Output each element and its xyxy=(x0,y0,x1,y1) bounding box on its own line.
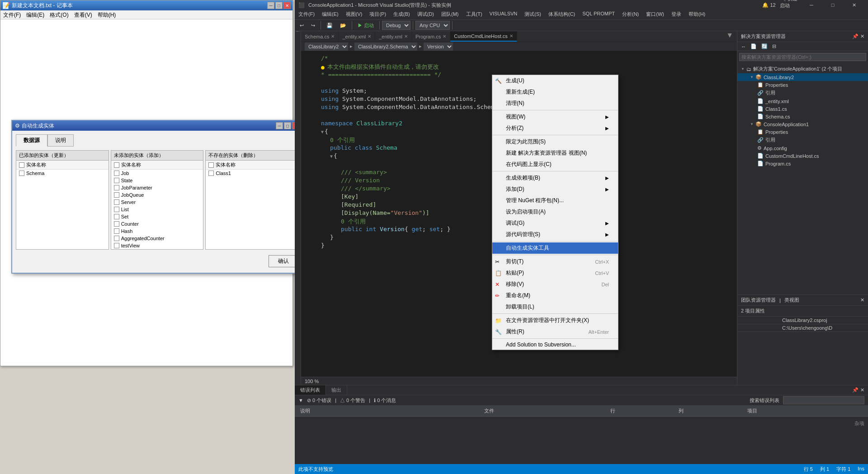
ctx-build[interactable]: 🔨 生成(U) xyxy=(492,75,618,86)
vs-menu-analyze[interactable]: 分析(N) xyxy=(618,10,642,19)
ctx-rebuild[interactable]: 重新生成(E) xyxy=(492,86,618,98)
List-checkbox[interactable] xyxy=(114,207,119,212)
testView-checkbox[interactable] xyxy=(114,243,119,248)
JobParameter-checkbox[interactable] xyxy=(114,185,119,190)
tab-entity1-close[interactable]: ✕ xyxy=(368,34,371,39)
bottom-pin-btn[interactable]: 📌 xyxy=(852,387,859,393)
collapse-btn[interactable]: ⊟ xyxy=(770,43,778,50)
tree-program-cs[interactable]: 📄 Program.cs xyxy=(737,160,868,167)
ctx-codemap[interactable]: 在代码图上显示(C) xyxy=(492,159,618,170)
confirm-button[interactable]: 确认 xyxy=(269,255,298,267)
solution-root[interactable]: ▼ 🗂 解决方案'ConsoleApplication1' (2 个项目 xyxy=(737,65,868,73)
tree-properties-1[interactable]: 📋 Properties xyxy=(737,81,868,89)
error-search-input[interactable] xyxy=(783,396,864,404)
vs-menu-debug[interactable]: 调试(D) xyxy=(414,10,438,19)
ctx-remove[interactable]: ✕ 移除(V) Del xyxy=(492,279,618,290)
vs-maximize-btn[interactable]: □ xyxy=(822,0,843,10)
Job-checkbox[interactable] xyxy=(114,171,119,176)
team-explorer-tab[interactable]: 团队资源管理器 xyxy=(741,297,776,303)
not-exist-select-all-checkbox[interactable] xyxy=(208,162,214,168)
show-all-btn[interactable]: 📄 xyxy=(749,43,759,50)
toolbar-undo-btn[interactable]: ↩ xyxy=(297,21,307,30)
breadcrumb-member-select[interactable]: Version xyxy=(424,43,453,51)
vs-menu-window[interactable]: 窗口(W) xyxy=(642,10,668,19)
added-select-all-checkbox[interactable] xyxy=(19,162,24,168)
tab-entity-xml-1[interactable]: _entity.xml ✕ xyxy=(339,31,375,42)
vs-menu-visualsvn[interactable]: VISUALSVN xyxy=(486,10,521,19)
ctx-properties[interactable]: 🔧 属性(R) Alt+Enter xyxy=(492,326,618,337)
notepad-menu-file[interactable]: 文件(F) xyxy=(0,10,24,19)
fold-btn[interactable]: ▼ xyxy=(330,154,334,159)
tree-customcmd[interactable]: 📄 CustomCmdLineHost.cs xyxy=(737,152,868,160)
ctx-unload[interactable]: 卸载项目(L) xyxy=(492,301,618,313)
tree-consoleapp1[interactable]: ▼ 📦 ConsoleApplication1 xyxy=(737,120,868,128)
tree-references-1[interactable]: 🔗 引用 xyxy=(737,89,868,97)
vs-menu-project[interactable]: 项目(P) xyxy=(366,10,390,19)
notepad-minimize-btn[interactable]: ─ xyxy=(267,2,274,9)
toolbar-redo-btn[interactable]: ↪ xyxy=(308,21,318,30)
vs-menu-help[interactable]: 帮助(H) xyxy=(685,10,709,19)
notepad-menu-view[interactable]: 查看(V) xyxy=(71,10,95,19)
notepad-menu-edit[interactable]: 编辑(E) xyxy=(24,10,47,19)
debug-mode-dropdown[interactable]: Debug xyxy=(382,21,410,30)
vs-menu-login[interactable]: 登录 xyxy=(668,10,685,19)
ctx-clean[interactable]: 清理(N) xyxy=(492,98,618,109)
sync-btn[interactable]: ↔ xyxy=(739,43,748,50)
filter-dropdown-btn[interactable]: ▼ xyxy=(298,398,303,403)
toolbar-open-btn[interactable]: 📂 xyxy=(337,21,349,30)
Server-checkbox[interactable] xyxy=(114,199,119,205)
vs-close-btn[interactable]: ✕ xyxy=(844,0,864,10)
ctx-rename[interactable]: ✏ 重命名(M) xyxy=(492,290,618,301)
props-close-btn[interactable]: ✕ xyxy=(860,297,864,303)
toolbar-start-btn[interactable]: ▶ 启动 xyxy=(354,21,377,30)
class-view-tab[interactable]: 类视图 xyxy=(784,297,799,303)
vs-menu-arch[interactable]: 体系结构(C) xyxy=(545,10,579,19)
tree-properties-2[interactable]: 📋 Properties xyxy=(737,128,868,136)
Hash-checkbox[interactable] xyxy=(114,228,119,234)
ctx-autogenerate[interactable]: ⚙ 自动生成实体工具 xyxy=(492,242,618,254)
breadcrumb-project-select[interactable]: ClassLibrary2 xyxy=(305,43,348,51)
vs-menu-sql[interactable]: SQL PROMPT xyxy=(579,10,618,19)
vs-menu-team[interactable]: 团队(M) xyxy=(438,10,462,19)
tree-entity-xml[interactable]: 📄 _entity.xml xyxy=(737,97,868,105)
AggregatedCounter-checkbox[interactable] xyxy=(114,236,119,241)
vs-menu-view[interactable]: 视图(V) xyxy=(342,10,366,19)
Set-checkbox[interactable] xyxy=(114,214,119,219)
toolbar-save-btn[interactable]: 💾 xyxy=(323,21,336,30)
notepad-menu-format[interactable]: 格式(O) xyxy=(47,10,71,19)
bottom-close-btn[interactable]: ✕ xyxy=(860,387,864,393)
panel-pin-btn[interactable]: 📌 xyxy=(852,33,859,39)
vs-search-btn[interactable]: 🔍 快速启动 (Ctrl+Q) xyxy=(780,0,801,10)
dialog-minimize-btn[interactable]: ─ xyxy=(276,122,283,129)
tab-schema-cs[interactable]: Schema.cs ✕ xyxy=(301,31,339,42)
tab-program-close[interactable]: ✕ xyxy=(443,34,446,39)
tab-program-cs[interactable]: Program.cs ✕ xyxy=(412,31,450,42)
tab-error-list[interactable]: 错误列表 xyxy=(295,385,326,395)
ctx-paste[interactable]: 📋 粘贴(P) Ctrl+V xyxy=(492,267,618,279)
JobQueue-checkbox[interactable] xyxy=(114,192,119,198)
tab-customcmd-close[interactable]: ✕ xyxy=(509,33,513,38)
dialog-restore-btn[interactable]: □ xyxy=(284,122,291,129)
ctx-new-solexp[interactable]: 新建 解决方案资源管理器 视图(N) xyxy=(492,147,618,159)
refresh-btn[interactable]: 🔄 xyxy=(760,43,769,50)
breadcrumb-class-select[interactable]: ClassLibrary2.Schema xyxy=(354,43,417,51)
not-added-select-all-checkbox[interactable] xyxy=(114,162,119,168)
tree-class1-cs[interactable]: 📄 Class1.cs xyxy=(737,105,868,113)
notepad-close-btn[interactable]: ✕ xyxy=(283,2,291,9)
notepad-maximize-btn[interactable]: □ xyxy=(275,2,283,9)
notepad-menu-help[interactable]: 帮助(H) xyxy=(95,10,119,19)
solution-search-input[interactable] xyxy=(739,53,866,61)
ctx-scope[interactable]: 限定为此范围(S) xyxy=(492,136,618,147)
panel-close-btn[interactable]: ✕ xyxy=(860,33,864,39)
tab-customcmd[interactable]: CustomCmdLineHost.cs ✕ xyxy=(450,31,517,42)
State-checkbox[interactable] xyxy=(114,178,119,183)
ctx-add[interactable]: 添加(D) ▶ xyxy=(492,184,618,195)
vs-menu-test[interactable]: 测试(S) xyxy=(521,10,545,19)
tab-datasource[interactable]: 数据源 xyxy=(16,134,47,147)
class1-checkbox[interactable] xyxy=(208,171,214,176)
ctx-add-subversion[interactable]: Add Solution to Subversion... xyxy=(492,340,618,350)
platform-dropdown[interactable]: Any CPU xyxy=(415,21,450,30)
tab-output[interactable]: 输出 xyxy=(326,385,347,395)
tab-schema-close[interactable]: ✕ xyxy=(331,34,335,39)
tree-classlibrary2[interactable]: ▼ 📦 ClassLibrary2 xyxy=(737,73,868,81)
